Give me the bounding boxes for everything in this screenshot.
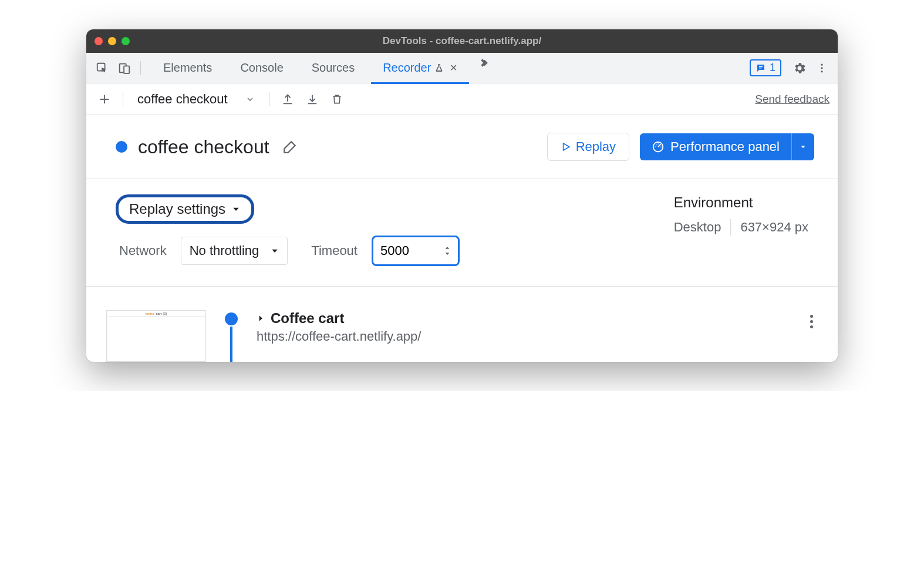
timeout-stepper[interactable] — [444, 245, 451, 257]
timeout-value: 5000 — [380, 243, 409, 258]
tab-elements[interactable]: Elements — [151, 53, 224, 83]
performance-dropdown-button[interactable] — [791, 133, 814, 160]
step-thumbnail: menu cart (0) — [106, 310, 206, 362]
export-button[interactable] — [278, 89, 298, 109]
step-url: https://coffee-cart.netlify.app/ — [257, 329, 797, 344]
svg-rect-3 — [759, 66, 763, 67]
thumb-tab-menu: menu — [145, 312, 154, 315]
window-title: DevTools - coffee-cart.netlify.app/ — [86, 35, 838, 47]
tab-recorder-label: Recorder — [383, 61, 431, 75]
timeline-line — [230, 327, 232, 362]
issues-count: 1 — [770, 62, 775, 74]
gauge-icon — [652, 140, 665, 153]
environment-dimensions: 637×924 px — [740, 220, 808, 235]
environment-device: Desktop — [674, 220, 721, 235]
message-icon — [756, 63, 766, 73]
recording-header: coffee checkout Replay Performance panel — [86, 115, 838, 179]
maximize-window-button[interactable] — [122, 37, 130, 45]
timeout-label: Timeout — [311, 243, 358, 258]
panel-tabs: Elements Console Sources Recorder ✕ — [151, 53, 494, 83]
traffic-lights — [95, 37, 130, 45]
recording-select[interactable]: coffee checkout — [131, 92, 261, 107]
recording-select-label: coffee checkout — [137, 92, 228, 107]
environment-title: Environment — [674, 194, 808, 211]
network-throttling-select[interactable]: No throttling — [181, 237, 288, 265]
stepper-up-icon — [444, 245, 451, 251]
divider — [730, 219, 731, 236]
step-menu-button[interactable] — [805, 310, 818, 333]
play-icon — [561, 142, 571, 152]
replay-settings-toggle[interactable]: Replay settings — [116, 194, 254, 224]
edit-title-button[interactable] — [280, 137, 300, 157]
thumb-tab-cart: cart (0) — [156, 312, 167, 315]
more-tabs-icon[interactable] — [474, 53, 494, 73]
performance-panel-label: Performance panel — [670, 139, 780, 154]
tab-recorder[interactable]: Recorder ✕ — [371, 53, 469, 83]
issues-badge[interactable]: 1 — [750, 59, 781, 76]
chevron-down-icon — [245, 95, 255, 104]
close-window-button[interactable] — [95, 37, 103, 45]
svg-point-7 — [821, 70, 822, 72]
svg-rect-4 — [759, 68, 762, 68]
svg-rect-2 — [124, 66, 129, 73]
caret-down-icon — [799, 143, 807, 151]
devtools-window: DevTools - coffee-cart.netlify.app/ Elem… — [86, 29, 838, 362]
stepper-down-icon — [444, 251, 451, 257]
step-title-text: Coffee cart — [271, 310, 344, 327]
environment-section: Environment Desktop 637×924 px — [674, 194, 808, 266]
caret-right-icon — [257, 314, 265, 323]
settings-icon[interactable] — [790, 58, 810, 78]
send-feedback-link[interactable]: Send feedback — [755, 93, 829, 106]
divider — [140, 61, 141, 75]
recording-title: coffee checkout — [138, 136, 269, 158]
tab-console[interactable]: Console — [228, 53, 295, 83]
caret-down-icon — [231, 205, 241, 213]
minimize-window-button[interactable] — [108, 37, 116, 45]
timeout-input[interactable]: 5000 — [372, 236, 460, 266]
steps-section: menu cart (0) Coffee cart https://coffee… — [86, 287, 838, 362]
devtools-tabbar: Elements Console Sources Recorder ✕ 1 — [86, 53, 838, 83]
new-recording-button[interactable] — [95, 89, 114, 109]
import-button[interactable] — [302, 89, 322, 109]
divider — [123, 92, 123, 106]
inspect-icon[interactable] — [92, 58, 112, 78]
timeline-dot — [225, 312, 238, 325]
performance-panel-button[interactable]: Performance panel — [640, 133, 791, 160]
replay-button[interactable]: Replay — [547, 133, 629, 161]
network-label: Network — [119, 243, 167, 258]
step-item[interactable]: Coffee cart https://coffee-cart.netlify.… — [257, 310, 797, 344]
svg-point-5 — [821, 63, 822, 65]
replay-button-label: Replay — [576, 139, 616, 154]
replay-settings-label: Replay settings — [129, 201, 225, 217]
device-toolbar-icon[interactable] — [114, 58, 134, 78]
delete-button[interactable] — [327, 89, 347, 109]
divider — [269, 92, 269, 106]
settings-controls: Network No throttling Timeout 5000 — [119, 236, 627, 266]
titlebar: DevTools - coffee-cart.netlify.app/ — [86, 29, 838, 53]
tab-sources[interactable]: Sources — [300, 53, 366, 83]
timeline — [224, 310, 239, 362]
more-menu-icon[interactable] — [812, 58, 832, 78]
svg-point-6 — [821, 67, 822, 69]
performance-button-group: Performance panel — [640, 133, 814, 160]
network-throttling-value: No throttling — [190, 243, 259, 258]
flask-icon — [434, 63, 444, 73]
close-icon[interactable]: ✕ — [450, 62, 457, 73]
recording-status-dot — [116, 141, 127, 153]
settings-section: Replay settings Network No throttling Ti… — [86, 179, 838, 287]
caret-down-icon — [271, 247, 279, 255]
recorder-toolbar: coffee checkout Send feedback — [86, 83, 838, 115]
